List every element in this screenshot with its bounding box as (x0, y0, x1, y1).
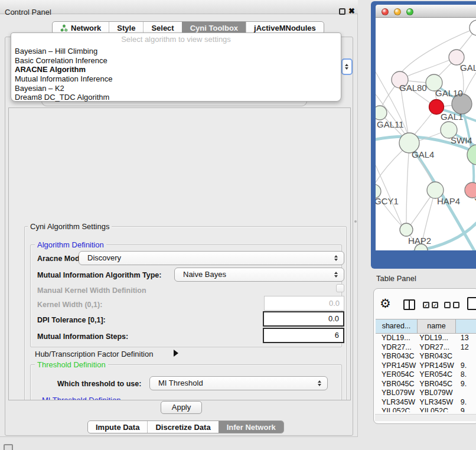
network-edge[interactable] (464, 71, 476, 94)
network-graph: GALGAL80GAL10GAL1GAL11SWI4GAL4YHAP4GCY1H… (376, 18, 476, 250)
table-row[interactable]: YPR145WYPR145W9. (376, 361, 476, 371)
table-cell: YDL19... (416, 334, 454, 343)
table-cell: YBL079W (416, 389, 454, 398)
manual-kernel-checkbox[interactable] (336, 284, 344, 292)
column-header-name[interactable]: name (418, 319, 456, 334)
table-cell (454, 389, 476, 398)
float-window-icon[interactable] (339, 8, 345, 15)
expand-arrow-icon[interactable] (174, 350, 178, 357)
table-row[interactable]: YLR345WYLR345W9. (376, 398, 476, 407)
tab-jactivemnodules[interactable]: jActiveMNodules (246, 22, 324, 34)
tab-infer-network[interactable]: Infer Network (219, 421, 283, 433)
node-top-partial[interactable] (470, 20, 476, 35)
kernel-width-label: Kernel Width (0,1): (37, 301, 102, 309)
settings-vertical-scrollbar[interactable] (350, 216, 351, 400)
tab-cyni-toolbox[interactable]: Cyni Toolbox (182, 22, 246, 34)
node-label-gal1: GAL1 (441, 112, 463, 122)
control-panel-title: Control Panel (5, 7, 51, 18)
algorithm-option[interactable]: Bayesian – Hill Climbing (15, 47, 337, 56)
aracne-mode-value: Discovery (87, 252, 121, 265)
table-cell (454, 352, 476, 361)
mi-algorithm-type-label: Mutual Information Algorithm Type: (37, 271, 161, 279)
table-cell: YBR043C (416, 352, 454, 361)
close-traffic-light[interactable] (382, 8, 389, 15)
table-row[interactable]: YIL052CYIL052C9. (376, 407, 476, 412)
hub-definition-label: Hub/Transcription Factor Definition (35, 350, 153, 358)
algorithm-option[interactable]: Bayesian – K2 (15, 84, 337, 93)
table-row[interactable]: YDR27...YDR27...12 (376, 343, 476, 353)
document-icon[interactable] (467, 297, 476, 310)
table-cell: YBL079W (376, 389, 416, 398)
table-cell: YDR27... (416, 343, 454, 353)
table-row[interactable]: YBL079WYBL079W (376, 389, 476, 398)
column-header-shared...[interactable]: shared... (376, 319, 418, 334)
table-cell: 13 (454, 334, 476, 343)
deselect-all-columns-icon[interactable] (444, 302, 459, 308)
algorithm-option[interactable]: Mutual Information Inference (15, 74, 337, 84)
columns-icon[interactable] (403, 299, 415, 310)
gear-icon[interactable]: ⚙ (380, 296, 391, 311)
table-panel-title: Table Panel (376, 274, 416, 283)
node-gal11[interactable] (376, 106, 387, 120)
panel-divider-handle[interactable] (354, 220, 357, 223)
table-cell: YIL052C (376, 407, 416, 412)
tab-style[interactable]: Style (109, 22, 143, 34)
column-header-partial[interactable] (456, 319, 476, 334)
mi-algorithm-type-select[interactable]: Naive Bayes (174, 268, 344, 282)
node-hap2[interactable] (400, 223, 413, 236)
table-row[interactable]: YBR045CYBR045C9. (376, 380, 476, 389)
zoom-traffic-light[interactable] (406, 8, 413, 15)
cyni-bottom-tabs: Impute DataDiscretize DataInfer Network (87, 420, 284, 433)
threshold-definition-title: Threshold Definition (35, 360, 108, 369)
table-cell: YLR345W (376, 398, 416, 407)
cyni-algorithm-settings-title: Cyni Algorithm Settings (28, 222, 112, 231)
mi-steps-label: Mutual Information Steps: (37, 332, 128, 341)
select-all-columns-icon[interactable]: ✓ ✓ (423, 302, 438, 308)
checked-checkbox-icon: ✓ (432, 302, 438, 308)
dpi-tolerance-label: DPI Tolerance [0,1]: (37, 316, 106, 324)
dpi-tolerance-field[interactable]: 0.0 (263, 311, 344, 327)
mi-algorithm-type-value: Naive Bayes (183, 268, 226, 281)
spinner-arrows-icon (334, 272, 339, 278)
tab-network[interactable]: Network (53, 22, 109, 34)
table-cell: YLR345W (416, 398, 454, 407)
algorithm-option[interactable]: Dream8 DC_TDC Algorithm (15, 93, 337, 102)
node-label-gal4: GAL4 (412, 149, 434, 159)
bottom-left-partial-icon[interactable] (4, 444, 13, 450)
table-cell: YPR145W (416, 361, 454, 371)
tab-label: jActiveMNodules (254, 24, 316, 32)
node-label-hap2: HAP2 (408, 236, 431, 246)
table-row[interactable]: YDL19...YDL19...13 (376, 334, 476, 343)
spinner-arrows-icon (334, 255, 339, 261)
table-row[interactable]: YBR043CYBR043C (376, 352, 476, 361)
tab-discretize-data[interactable]: Discretize Data (147, 421, 218, 433)
algorithm-option[interactable]: Basic Correlation Inference (15, 56, 337, 66)
algorithm-combo-button[interactable] (341, 58, 353, 75)
which-threshold-select[interactable]: MI Threshold (149, 376, 328, 390)
mi-threshold-group (35, 400, 337, 400)
table-cell: 9. (454, 361, 476, 371)
table-cell: YBR045C (376, 380, 416, 389)
table-horizontal-scrollbar[interactable] (375, 414, 476, 421)
tab-select[interactable]: Select (143, 22, 181, 34)
table-cell: 9. (454, 407, 476, 412)
node-label-gcy1: GCY1 (376, 196, 399, 206)
mi-steps-field[interactable]: 6 (263, 328, 344, 343)
tab-impute-data[interactable]: Impute Data (88, 421, 147, 433)
algorithm-option[interactable]: ARACNE Algorithm (15, 65, 337, 74)
minimize-traffic-light[interactable] (394, 8, 401, 15)
table-cell: YBR045C (416, 380, 454, 389)
table-cell: YIL052C (416, 407, 454, 412)
table-row[interactable]: YER054CYER054C8. (376, 370, 476, 380)
apply-button[interactable]: Apply (161, 401, 202, 414)
tab-label: Style (117, 24, 135, 32)
network-canvas[interactable]: GALGAL80GAL10GAL1GAL11SWI4GAL4YHAP4GCY1H… (376, 18, 476, 250)
aracne-mode-select[interactable]: Discovery (79, 251, 344, 265)
table-cell: YER054C (376, 370, 416, 380)
network-edge[interactable] (406, 144, 409, 223)
node-label-swi4: SWI4 (451, 135, 472, 145)
table-cell: YDL19... (376, 334, 416, 343)
algorithm-dropdown-prompt: Select algorithm to view settings (11, 35, 341, 44)
close-icon[interactable]: ✖ (348, 6, 355, 15)
kernel-width-field[interactable]: 0.0 (264, 296, 344, 311)
